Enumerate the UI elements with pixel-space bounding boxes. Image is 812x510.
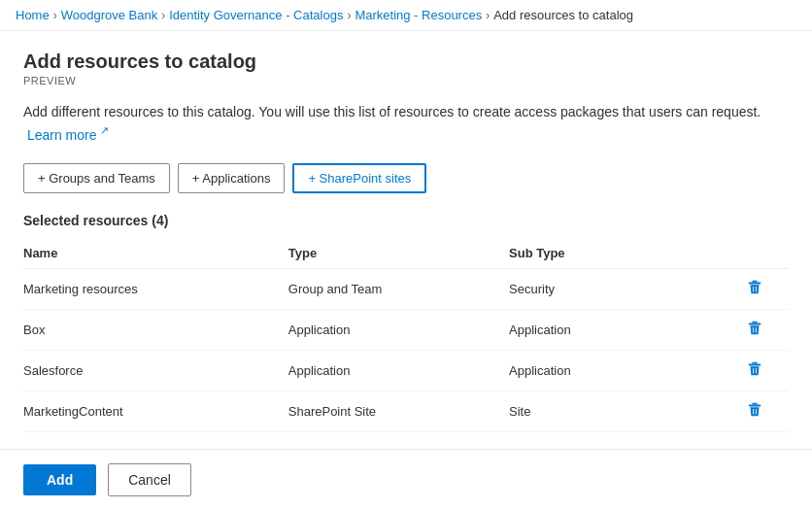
col-header-name: Name	[23, 238, 288, 269]
row-name-2: Salesforce	[23, 350, 288, 391]
row-type-0: Group and Team	[288, 268, 509, 309]
page-title: Add resources to catalog	[23, 51, 789, 73]
add-button[interactable]: Add	[23, 464, 96, 495]
breadcrumb-catalogs[interactable]: Identity Governance - Catalogs	[169, 8, 343, 22]
row-name-1: Box	[23, 309, 288, 350]
groups-teams-button[interactable]: + Groups and Teams	[23, 163, 170, 193]
breadcrumb-home[interactable]: Home	[16, 8, 50, 22]
row-type-2: Application	[288, 350, 509, 391]
svg-rect-4	[752, 361, 757, 363]
delete-row-3[interactable]	[746, 401, 763, 419]
resources-table: Name Type Sub Type Marketing resourcesGr…	[23, 238, 789, 432]
description-text: Add different resources to this catalog.…	[23, 102, 789, 146]
row-subtype-3: Site	[509, 391, 729, 431]
row-type-1: Application	[288, 309, 509, 350]
table-row: BoxApplicationApplication	[23, 309, 789, 350]
table-row: Marketing resourcesGroup and TeamSecurit…	[23, 268, 789, 309]
breadcrumb-sep-2: ›	[161, 9, 165, 22]
delete-row-1[interactable]	[746, 320, 763, 337]
svg-rect-2	[752, 321, 757, 323]
row-subtype-0: Security	[509, 268, 729, 309]
row-name-3: MarketingContent	[23, 391, 288, 431]
table-row: MarketingContentSharePoint SiteSite	[23, 391, 789, 431]
col-header-subtype: Sub Type	[509, 238, 729, 269]
svg-rect-0	[752, 280, 757, 282]
svg-rect-5	[748, 363, 761, 365]
row-action-3	[729, 391, 789, 431]
applications-button[interactable]: + Applications	[178, 163, 286, 193]
svg-rect-1	[748, 282, 761, 284]
breadcrumb-marketing-resources[interactable]: Marketing - Resources	[355, 8, 482, 22]
preview-label: PREVIEW	[23, 75, 789, 86]
cancel-button[interactable]: Cancel	[108, 463, 191, 496]
breadcrumb: Home › Woodgrove Bank › Identity Governa…	[0, 0, 812, 31]
breadcrumb-sep-3: ›	[347, 9, 351, 22]
breadcrumb-current: Add resources to catalog	[493, 8, 633, 22]
col-header-action	[729, 238, 789, 269]
selected-resources-title: Selected resources (4)	[23, 213, 789, 228]
breadcrumb-sep-1: ›	[53, 9, 57, 22]
svg-rect-7	[748, 404, 761, 406]
svg-rect-6	[752, 402, 757, 404]
main-content: Add resources to catalog PREVIEW Add dif…	[0, 31, 812, 449]
breadcrumb-woodgrove[interactable]: Woodgrove Bank	[61, 8, 158, 22]
row-name-0: Marketing resources	[23, 268, 288, 309]
row-action-1	[729, 309, 789, 350]
delete-row-2[interactable]	[746, 360, 763, 378]
col-header-type: Type	[288, 238, 509, 269]
resource-type-buttons: + Groups and Teams + Applications + Shar…	[23, 163, 789, 193]
row-subtype-1: Application	[509, 309, 729, 350]
row-type-3: SharePoint Site	[288, 391, 509, 431]
row-subtype-2: Application	[509, 350, 729, 391]
sharepoint-sites-button[interactable]: + SharePoint sites	[292, 163, 426, 193]
delete-row-0[interactable]	[746, 279, 763, 296]
row-action-0	[729, 268, 789, 309]
table-row: SalesforceApplicationApplication	[23, 350, 789, 391]
learn-more-link[interactable]: Learn more ↗	[27, 127, 109, 143]
footer: Add Cancel	[0, 449, 812, 510]
breadcrumb-sep-4: ›	[486, 9, 490, 22]
svg-rect-3	[748, 323, 761, 324]
row-action-2	[729, 350, 789, 391]
